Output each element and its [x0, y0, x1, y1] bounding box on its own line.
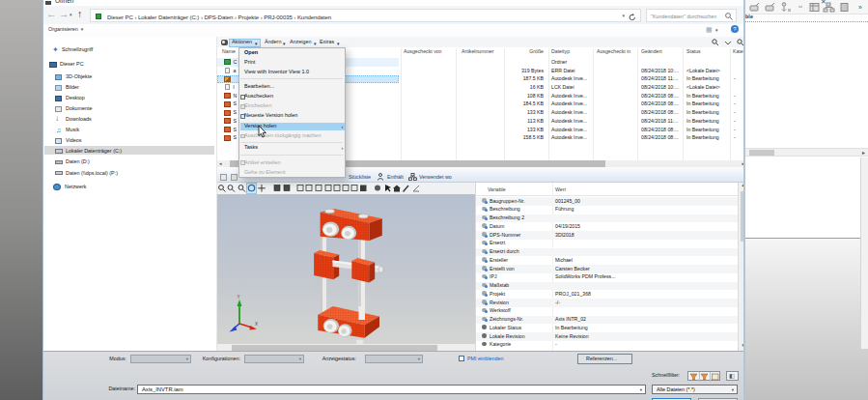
svg-text:X: X	[255, 322, 258, 327]
svg-text:Y: Y	[238, 295, 240, 300]
svg-text:»: »	[858, 4, 862, 11]
